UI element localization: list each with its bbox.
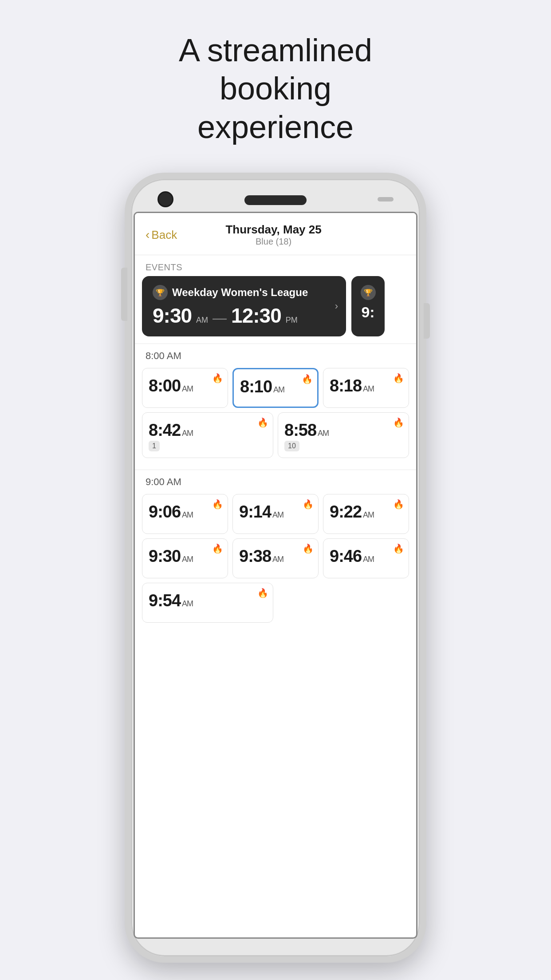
slot-818-time: 8:18AM — [330, 376, 374, 395]
phone-screen: ‹ Back Thursday, May 25 Blue (18) EVENTS… — [134, 212, 417, 939]
back-button[interactable]: ‹ Back — [146, 228, 177, 242]
event-name: Weekday Women's League — [172, 286, 308, 299]
flame-icon-858: 🔥 — [393, 417, 404, 428]
flame-icon-906: 🔥 — [212, 499, 223, 510]
event-end-suffix: PM — [286, 316, 298, 325]
8am-label: 8:00 AM — [135, 344, 416, 364]
slots-9am-row3: 🔥 9:54AM — [142, 583, 409, 623]
slot-800[interactable]: 🔥 8:00AM — [142, 368, 228, 408]
slots-9am-row2: 🔥 9:30AM 🔥 9:38AM 🔥 9: — [142, 538, 409, 578]
camera-lens — [157, 191, 173, 207]
time-group-8am: 8:00 AM 🔥 8:00AM 🔥 8:10AM — [135, 344, 416, 470]
slot-810[interactable]: 🔥 8:10AM — [232, 368, 319, 408]
events-section: EVENTS 🏆 Weekday Women's League 9:30 AM … — [135, 255, 416, 344]
headline-line2: experience — [197, 109, 354, 145]
events-scroll[interactable]: 🏆 Weekday Women's League 9:30 AM — 12:30… — [135, 276, 416, 336]
app-header: ‹ Back Thursday, May 25 Blue (18) — [135, 213, 416, 255]
slot-954[interactable]: 🔥 9:54AM — [142, 583, 273, 623]
chevron-left-icon: ‹ — [146, 228, 150, 242]
slot-938[interactable]: 🔥 9:38AM — [232, 538, 319, 578]
9am-label: 9:00 AM — [135, 470, 416, 490]
slot-842-time: 8:42AM — [149, 421, 193, 440]
flame-icon-800: 🔥 — [212, 373, 223, 383]
header-title-group: Thursday, May 25 Blue (18) — [225, 223, 321, 247]
slots-9am-row1: 🔥 9:06AM 🔥 9:14AM 🔥 9: — [142, 494, 409, 534]
flame-icon-922: 🔥 — [393, 499, 404, 510]
events-section-label: EVENTS — [135, 255, 416, 276]
event-title-row: 🏆 Weekday Women's League — [153, 285, 335, 300]
slot-946[interactable]: 🔥 9:46AM — [323, 538, 409, 578]
event-card-primary[interactable]: 🏆 Weekday Women's League 9:30 AM — 12:30… — [142, 276, 346, 336]
flame-icon-842: 🔥 — [257, 417, 268, 428]
slot-946-time: 9:46AM — [330, 547, 374, 566]
slot-818[interactable]: 🔥 8:18AM — [323, 368, 409, 408]
sensor — [378, 197, 394, 202]
headline-line1: A streamlined booking — [179, 32, 372, 106]
slot-914-time: 9:14AM — [239, 502, 283, 522]
event-partial-time: 9: — [361, 304, 374, 321]
slot-842-badge: 1 — [149, 441, 160, 451]
slot-800-time: 8:00AM — [149, 376, 193, 395]
slot-938-time: 9:38AM — [239, 547, 283, 566]
nav-row: ‹ Back Thursday, May 25 Blue (18) — [146, 223, 405, 247]
event-dash: — — [213, 310, 227, 326]
slots-row-2: 🔥 8:42AM 1 🔥 8:58AM 10 — [142, 412, 409, 458]
header-course: Blue (18) — [225, 237, 321, 247]
slot-922[interactable]: 🔥 9:22AM — [323, 494, 409, 534]
event-card-secondary[interactable]: 🏆 9: — [351, 276, 385, 336]
slot-858-badge: 10 — [284, 441, 299, 451]
phone-top-bar — [131, 179, 420, 212]
slot-930-time: 9:30AM — [149, 547, 193, 566]
slot-930[interactable]: 🔥 9:30AM — [142, 538, 228, 578]
slots-8am: 🔥 8:00AM 🔥 8:10AM 🔥 — [135, 364, 416, 470]
slot-858-time: 8:58AM — [284, 421, 329, 440]
event-start-time: 9:30 — [153, 304, 192, 328]
trophy-icon: 🏆 — [153, 285, 168, 300]
slot-954-time: 9:54AM — [149, 591, 193, 610]
slot-858[interactable]: 🔥 8:58AM 10 — [278, 412, 409, 458]
flame-icon-954: 🔥 — [257, 588, 268, 598]
flame-icon-810: 🔥 — [302, 374, 313, 384]
time-group-9am: 9:00 AM 🔥 9:06AM 🔥 9:14AM — [135, 470, 416, 634]
page-headline: A streamlined booking experience — [120, 31, 431, 146]
flame-icon-946: 🔥 — [393, 543, 404, 554]
earpiece — [244, 195, 307, 205]
flame-icon-914: 🔥 — [303, 499, 314, 510]
slot-810-time: 8:10AM — [240, 377, 284, 396]
back-label: Back — [151, 228, 177, 242]
slot-906-time: 9:06AM — [149, 502, 193, 522]
flame-icon-930: 🔥 — [212, 543, 223, 554]
slot-906[interactable]: 🔥 9:06AM — [142, 494, 228, 534]
event-time-row: 9:30 AM — 12:30 PM — [153, 304, 335, 328]
phone-mockup: ‹ Back Thursday, May 25 Blue (18) EVENTS… — [125, 173, 426, 963]
slots-9am: 🔥 9:06AM 🔥 9:14AM 🔥 9: — [135, 490, 416, 634]
event-start-suffix: AM — [196, 316, 208, 325]
slot-914[interactable]: 🔥 9:14AM — [232, 494, 319, 534]
slot-922-time: 9:22AM — [330, 502, 374, 522]
trophy-icon-2: 🏆 — [361, 285, 376, 300]
slots-row-1: 🔥 8:00AM 🔥 8:10AM 🔥 — [142, 368, 409, 408]
flame-icon-938: 🔥 — [303, 543, 314, 554]
event-end-time: 12:30 — [231, 304, 281, 328]
event-chevron-icon: › — [335, 300, 338, 312]
header-date: Thursday, May 25 — [225, 223, 321, 237]
slot-842[interactable]: 🔥 8:42AM 1 — [142, 412, 273, 458]
flame-icon-818: 🔥 — [393, 373, 404, 383]
